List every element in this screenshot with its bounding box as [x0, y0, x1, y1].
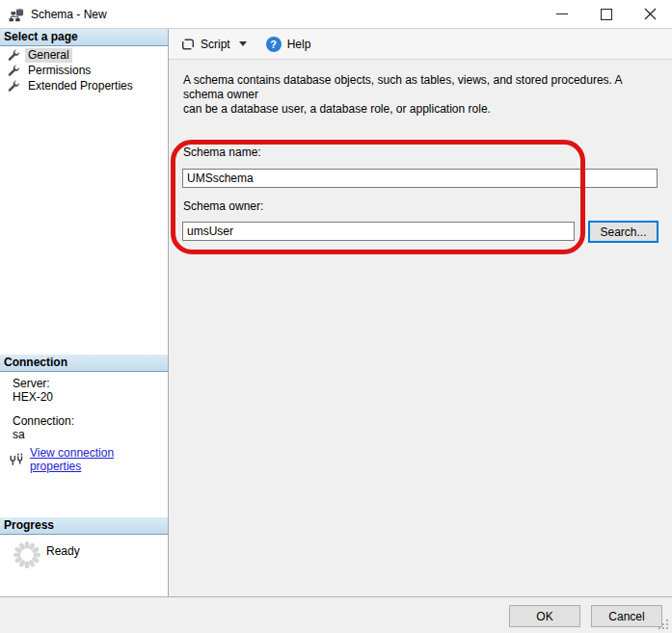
schema-name-label: Schema name: [183, 145, 261, 159]
schema-owner-input[interactable] [182, 222, 575, 241]
connection-value: sa [13, 428, 25, 441]
maximize-button[interactable] [584, 0, 628, 28]
description-line: A schema contains database objects, such… [183, 73, 663, 102]
chevron-down-icon[interactable] [239, 41, 247, 46]
connection-label: Connection: [13, 414, 74, 428]
search-button[interactable]: Search... [588, 221, 659, 243]
minimize-button[interactable] [540, 0, 583, 28]
cancel-button[interactable]: Cancel [591, 605, 662, 627]
footer-bar: OK Cancel [0, 596, 672, 633]
schema-icon [9, 7, 24, 22]
progress-status: Ready [46, 544, 80, 558]
minimize-icon [556, 13, 568, 14]
close-button[interactable] [629, 0, 672, 28]
wrench-icon [8, 80, 20, 92]
window-title: Schema - New [31, 8, 107, 21]
view-connection-properties-row: View connection properties [10, 446, 168, 473]
help-question-icon: ? [266, 37, 282, 52]
description-line: can be a database user, a database role,… [183, 102, 663, 117]
title-bar: Schema - New [0, 0, 672, 29]
select-page-header: Select a page [0, 29, 168, 46]
help-label: Help [287, 38, 311, 51]
maximize-icon [601, 9, 612, 20]
script-icon [180, 37, 196, 52]
wrench-icon [8, 65, 20, 77]
close-icon [644, 8, 657, 20]
spinner-icon [12, 540, 42, 570]
ok-button[interactable]: OK [509, 605, 580, 627]
sidebar-item-label: Extended Properties [25, 79, 136, 93]
resize-grip[interactable] [666, 627, 668, 629]
script-label: Script [201, 38, 230, 51]
wrench-icon [8, 49, 20, 62]
server-value: HEX-20 [13, 390, 53, 404]
server-label: Server: [13, 377, 50, 390]
script-button[interactable]: Script [177, 35, 250, 54]
schema-description: A schema contains database objects, such… [183, 73, 663, 117]
schema-name-input[interactable] [182, 169, 658, 188]
schema-new-dialog: Schema - New Select a page General Permi… [0, 0, 672, 633]
schema-owner-label: Schema owner: [183, 199, 263, 213]
view-connection-properties-link[interactable]: View connection properties [30, 446, 168, 473]
sidebar-item-label: Permissions [25, 64, 94, 78]
sidebar: Select a page General Permissions Extend… [0, 29, 169, 596]
sidebar-item-general[interactable]: General [0, 47, 168, 63]
progress-header: Progress [0, 517, 168, 535]
sidebar-item-label: General [25, 48, 72, 63]
main-panel: Script ? Help A schema contains database… [169, 29, 672, 596]
sidebar-item-extended-properties[interactable]: Extended Properties [0, 78, 168, 93]
sidebar-item-permissions[interactable]: Permissions [0, 63, 168, 78]
plug-icon [10, 452, 24, 467]
connection-header: Connection [0, 355, 168, 372]
help-button[interactable]: ? Help [263, 35, 314, 54]
toolbar: Script ? Help [169, 29, 672, 60]
